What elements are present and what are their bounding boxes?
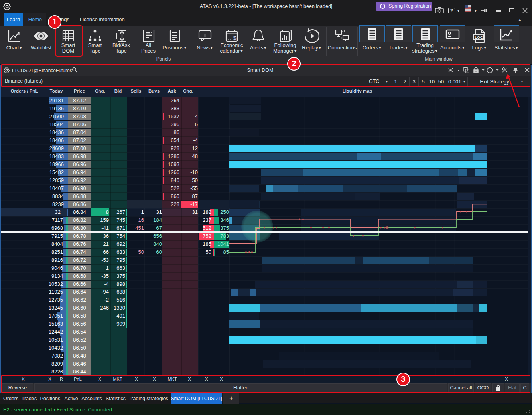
svg-text:LOG: LOG: [475, 35, 483, 40]
svg-text:$: $: [233, 34, 237, 41]
